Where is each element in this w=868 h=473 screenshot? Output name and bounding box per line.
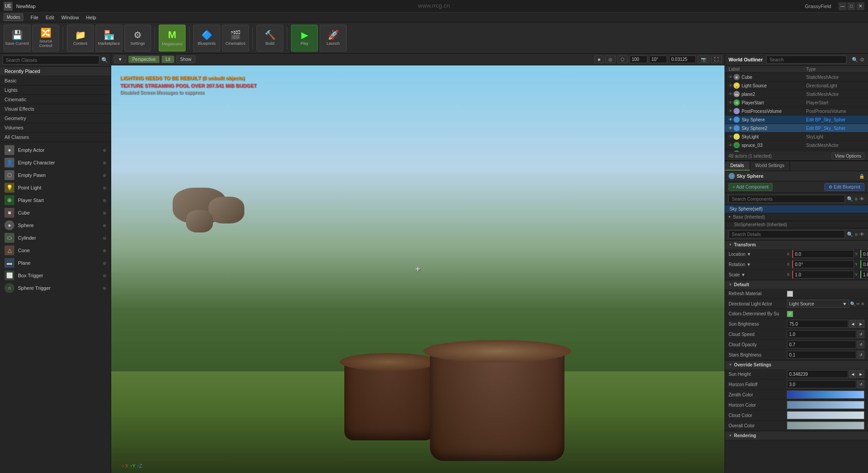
empty-pawn-add[interactable]: ⊕	[103, 173, 106, 178]
cone-add[interactable]: ⊕	[103, 248, 106, 253]
save-current-button[interactable]: 💾 Save Current	[4, 25, 30, 52]
close-button[interactable]: ✕	[856, 2, 864, 10]
tab-world-settings[interactable]: World Settings	[750, 161, 790, 171]
content-button[interactable]: 📁 Content	[67, 25, 94, 52]
overall-color-swatch[interactable]	[787, 421, 864, 430]
refresh-material-checkbox[interactable]	[787, 291, 793, 297]
sun-brightness-up[interactable]: ▶	[857, 320, 864, 328]
wo-pp-visibility-icon[interactable]: 👁	[729, 109, 733, 113]
viewport-fov-input[interactable]	[629, 56, 647, 63]
default-header[interactable]: Default	[725, 280, 868, 289]
edit-blueprint-btn[interactable]: ⚙ Edit Blueprint	[825, 183, 864, 191]
details-eye-icon[interactable]: 👁	[859, 232, 864, 237]
plane-add[interactable]: ⊕	[103, 261, 106, 266]
search-components-input[interactable]	[729, 195, 845, 203]
scale-x-input[interactable]	[792, 271, 854, 279]
menu-help[interactable]: Help	[86, 15, 96, 20]
cloud-opacity-reset[interactable]: ↺	[857, 340, 864, 348]
wo-ss-visibility-icon[interactable]: 👁	[729, 117, 733, 122]
empty-actor-add[interactable]: ⊕	[103, 148, 106, 153]
viewport-show-btn[interactable]: Show	[176, 56, 195, 63]
horizon-color-swatch[interactable]	[787, 401, 864, 409]
rendering-header[interactable]: Rendering	[725, 431, 868, 440]
cloud-speed-input[interactable]	[787, 330, 856, 338]
viewport-camera-btn[interactable]: 📷	[698, 56, 709, 63]
wo-item-playerstart[interactable]: 👁 ⊕ PlayerStart PlayerStart	[725, 99, 868, 107]
viewport-maximize-btn[interactable]: ⛶	[711, 56, 722, 63]
menu-file[interactable]: File	[30, 15, 39, 20]
wo-ls-visibility-icon[interactable]: 👁	[729, 83, 733, 88]
placed-item-sphere[interactable]: ● Sphere ⊕	[0, 219, 111, 232]
placed-item-cone[interactable]: △ Cone ⊕	[0, 244, 111, 257]
maximize-button[interactable]: □	[847, 2, 855, 10]
play-button[interactable]: ▶ Play	[291, 25, 318, 52]
placed-item-empty-pawn[interactable]: ⬡ Empty Pawn ⊕	[0, 169, 111, 181]
viewport[interactable]: LIGHTING NEEDS TO BE REBUILT (8 unbuilt …	[111, 65, 725, 473]
sun-brightness-down[interactable]: ◀	[849, 320, 856, 328]
wo-search-icon[interactable]: 🔍	[852, 57, 858, 63]
wo-visibility-icon[interactable]: 👁	[729, 75, 733, 79]
box-trigger-add[interactable]: ⊕	[103, 273, 106, 278]
stars-brightness-reset[interactable]: ↺	[857, 351, 864, 359]
placed-item-player-start[interactable]: ⊕ Player Start ⊕	[0, 194, 111, 206]
blueprints-button[interactable]: 🔷 Blueprints	[193, 25, 220, 52]
point-light-add[interactable]: ⊕	[103, 185, 106, 190]
wo-ss2-visibility-icon[interactable]: 👁	[729, 126, 733, 130]
dl-clear-icon[interactable]: ✕	[861, 301, 864, 306]
cloud-opacity-input[interactable]	[787, 340, 856, 348]
wo-sl-visibility-icon[interactable]: 👁	[729, 134, 733, 139]
scale-y-input[interactable]	[860, 271, 868, 279]
wo-item-postprocess[interactable]: 👁 ⬡ PostProcessVolume PostProcessVolume	[725, 107, 868, 116]
placed-item-cylinder[interactable]: ⬭ Cylinder ⊕	[0, 232, 111, 244]
wo-p2-visibility-icon[interactable]: 👁	[729, 92, 733, 96]
viewport-speed-input[interactable]	[649, 56, 667, 63]
details-list-icon[interactable]: ≡	[855, 232, 858, 237]
horizon-falloff-reset[interactable]: ↺	[857, 380, 864, 388]
sun-height-up[interactable]: ▶	[857, 370, 864, 378]
placed-item-empty-actor[interactable]: ● Empty Actor ⊕	[0, 144, 111, 156]
viewport-zoom-input[interactable]	[669, 56, 696, 63]
viewport-perspective-btn[interactable]: Perspective	[128, 56, 160, 63]
placed-item-box-trigger[interactable]: ⬜ Box Trigger ⊕	[0, 269, 111, 282]
placed-item-sphere-trigger[interactable]: ○ Sphere Trigger ⊕	[0, 282, 111, 294]
category-volumes[interactable]: Volumes	[0, 123, 111, 133]
search-classes-icon[interactable]: 🔍	[101, 57, 108, 63]
wo-view-options-btn[interactable]: View Options	[832, 153, 864, 159]
actor-lock-icon[interactable]: 🔒	[859, 174, 864, 179]
colors-determined-checkbox[interactable]: ✓	[787, 311, 793, 317]
menu-edit[interactable]: Edit	[46, 15, 54, 20]
cloud-color-swatch[interactable]	[787, 411, 864, 419]
search-details-icon[interactable]: 🔍	[847, 232, 853, 237]
component-sky-sphere[interactable]: Sky Sphere(self)	[725, 205, 868, 213]
sun-height-down[interactable]: ◀	[849, 370, 856, 378]
dl-edit-icon[interactable]: ✏	[856, 301, 860, 306]
placed-item-cube[interactable]: ■ Cube ⊕	[0, 206, 111, 219]
category-cinematic[interactable]: Cinematic	[0, 95, 111, 104]
tab-details[interactable]: Details	[725, 161, 750, 171]
wo-item-spruce03[interactable]: 👁 🌲 spruce_03 StaticMeshActor	[725, 141, 868, 150]
component-slo-sphere[interactable]: SloSphereHesh (Inherited)	[725, 221, 868, 228]
viewport-lit-btn[interactable]: Lit	[161, 56, 174, 63]
player-start-add[interactable]: ⊕	[103, 198, 106, 203]
category-lights[interactable]: Lights	[0, 86, 111, 95]
cloud-speed-reset[interactable]: ↺	[857, 330, 864, 338]
empty-character-add[interactable]: ⊕	[103, 160, 106, 165]
placed-item-empty-character[interactable]: 👤 Empty Character ⊕	[0, 156, 111, 169]
rotation-x-input[interactable]	[792, 260, 854, 268]
wo-item-plane2[interactable]: 👁 ▬ plane2 StaticMeshActor	[725, 90, 868, 99]
dl-search-icon[interactable]: 🔍	[850, 301, 855, 306]
location-y-input[interactable]	[860, 250, 868, 258]
search-components-icon[interactable]: 🔍	[847, 196, 853, 202]
cinematics-button[interactable]: 🎬 Cinematics	[222, 25, 249, 52]
settings-button[interactable]: ⚙ Settings	[124, 25, 151, 52]
components-list-icon[interactable]: ≡	[855, 196, 858, 202]
category-basic[interactable]: Basic	[0, 76, 111, 86]
viewport-perspective-dropdown[interactable]: ▼	[114, 56, 126, 63]
horizon-falloff-input[interactable]	[787, 380, 856, 388]
category-geometry[interactable]: Geometry	[0, 114, 111, 123]
zenith-color-swatch[interactable]	[787, 391, 864, 399]
sphere-trigger-add[interactable]: ⊕	[103, 286, 106, 291]
search-classes-input[interactable]	[3, 56, 100, 64]
placed-item-point-light[interactable]: 💡 Point Light ⊕	[0, 181, 111, 194]
search-details-input[interactable]	[729, 230, 845, 238]
